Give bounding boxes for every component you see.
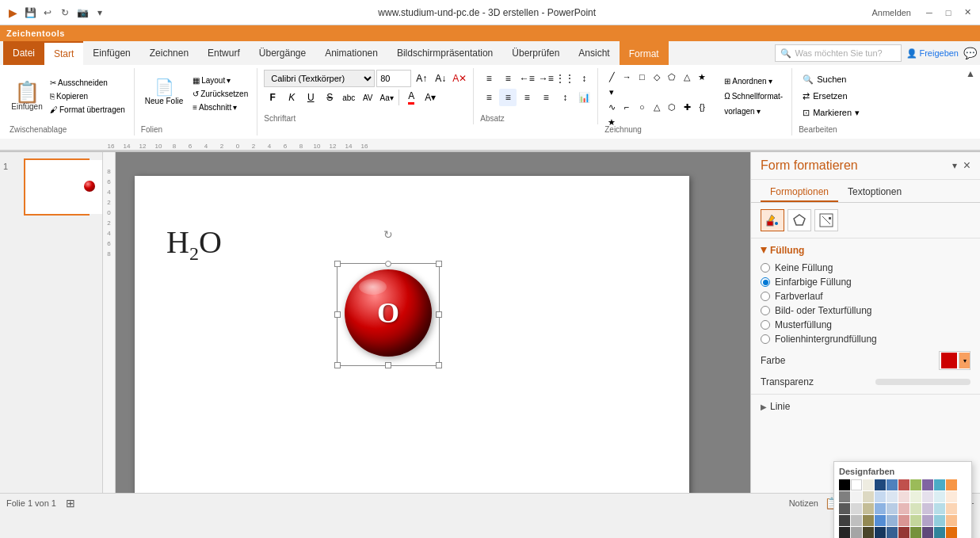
slide-thumbnail[interactable]: [24, 158, 90, 216]
italic-button[interactable]: K: [283, 89, 300, 106]
handle-top-middle[interactable]: [385, 261, 391, 267]
present-button[interactable]: 📷: [74, 5, 90, 21]
case-button[interactable]: Aa▾: [378, 89, 395, 106]
schnellformat-button[interactable]: Ω Schnellformat-: [720, 90, 787, 102]
align-right-button[interactable]: ≡: [518, 89, 536, 106]
color-armygreen[interactable]: [910, 527, 921, 538]
tab-entwurf[interactable]: Entwurf: [198, 41, 250, 65]
tab-ueberpruefen[interactable]: Überprüfen: [502, 41, 569, 65]
color-cyan[interactable]: [934, 479, 945, 490]
color-paleorange[interactable]: [946, 491, 957, 502]
color-silver[interactable]: [851, 503, 862, 514]
shape-line[interactable]: ╱: [604, 70, 619, 84]
color-lightblue[interactable]: [875, 491, 886, 502]
shadow-button[interactable]: abc: [340, 89, 357, 106]
shape-arrow[interactable]: →: [620, 70, 634, 84]
color-black[interactable]: [839, 479, 850, 490]
color-darkblue[interactable]: [875, 479, 886, 490]
minimize-button[interactable]: ─: [923, 6, 936, 19]
schnellformat-btn2[interactable]: vorlagen ▾: [720, 105, 787, 117]
color-lavender[interactable]: [922, 503, 933, 514]
tab-bildschirm[interactable]: Bildschirmpräsentation: [387, 41, 502, 65]
slide-canvas[interactable]: H2O ↻ O: [135, 176, 689, 493]
panel-minimize-button[interactable]: ▾: [952, 160, 957, 171]
tab-formoptionen[interactable]: Formoptionen: [761, 183, 838, 202]
fuellung-header[interactable]: Füllung: [761, 245, 970, 256]
tab-zeichnen[interactable]: Zeichnen: [140, 41, 198, 65]
color-darkgray[interactable]: [839, 503, 850, 514]
shape-diamond[interactable]: ◇: [650, 70, 664, 84]
shape-hexagon[interactable]: ⬡: [665, 100, 679, 114]
color-palered[interactable]: [898, 491, 909, 502]
color-paleblue[interactable]: [887, 491, 898, 502]
shape-star[interactable]: ★: [695, 70, 709, 84]
tab-einfuegen[interactable]: Einfügen: [83, 41, 139, 65]
clear-format[interactable]: A✕: [451, 70, 468, 87]
handle-middle-right[interactable]: [436, 311, 442, 318]
color-verydark[interactable]: [839, 527, 850, 538]
save-button[interactable]: 💾: [22, 5, 38, 21]
shape-plus[interactable]: ✚: [680, 100, 694, 114]
radio-farbverlauf[interactable]: Farbverlauf: [761, 291, 970, 302]
color-beige[interactable]: [863, 479, 874, 490]
transparency-slider[interactable]: [875, 379, 970, 385]
color-orange[interactable]: [946, 479, 957, 490]
color-navyblue[interactable]: [875, 527, 886, 538]
close-button[interactable]: ✕: [961, 6, 974, 19]
comments-button[interactable]: 💬: [963, 47, 977, 59]
shape-bracket[interactable]: {}: [695, 100, 709, 114]
freigeben-button[interactable]: 👤 Freigeben: [906, 48, 959, 59]
color-cornflower[interactable]: [934, 515, 945, 526]
align-left-button[interactable]: ≡: [480, 89, 498, 106]
rotate-handle[interactable]: ↻: [382, 228, 395, 241]
font-size-decrease[interactable]: A↓: [432, 70, 449, 87]
shape-callout[interactable]: △: [680, 70, 694, 84]
search-box[interactable]: 🔍 Was möchten Sie tun?: [775, 44, 902, 62]
color-peach[interactable]: [946, 503, 957, 514]
color-royalblue[interactable]: [887, 527, 898, 538]
color-khaki[interactable]: [863, 503, 874, 514]
color-medgray[interactable]: [851, 527, 862, 538]
color-gray[interactable]: [839, 491, 850, 502]
tab-datei[interactable]: Datei: [3, 41, 44, 65]
color-green[interactable]: [910, 479, 921, 490]
quick-access-dropdown[interactable]: ▾: [92, 5, 108, 21]
highlight-color-button[interactable]: A▾: [421, 89, 439, 106]
decrease-indent-button[interactable]: ←≡: [518, 70, 536, 87]
suchen-button[interactable]: 🔍 Suchen: [799, 72, 864, 87]
text-direction-button[interactable]: ↕: [575, 70, 593, 87]
panel-close-button[interactable]: ×: [963, 158, 970, 173]
radio-folie[interactable]: Folienhintergrundfüllung: [761, 334, 970, 345]
linie-header[interactable]: ▶ Linie: [761, 401, 970, 412]
effects-icon-btn[interactable]: [787, 209, 811, 231]
font-color-button[interactable]: A: [402, 89, 420, 106]
font-selector[interactable]: Calibri (Textkörper): [264, 70, 375, 87]
color-indigo[interactable]: [922, 527, 933, 538]
color-darkorange[interactable]: [946, 527, 957, 538]
redo-button[interactable]: ↻: [57, 5, 73, 21]
shape-cylinder[interactable]: ⬠: [665, 70, 679, 84]
tab-textoptionen[interactable]: Textoptionen: [838, 183, 911, 202]
tab-animationen[interactable]: Animationen: [315, 41, 387, 65]
numbered-list-button[interactable]: ≡: [499, 70, 517, 87]
format-uebertragen-button[interactable]: 🖌 Format übertragen: [46, 104, 129, 116]
notizen-button[interactable]: Notizen: [789, 498, 818, 508]
color-teal[interactable]: [934, 527, 945, 538]
color-periwinkle[interactable]: [887, 503, 898, 514]
maximize-button[interactable]: □: [942, 6, 955, 19]
convert-smartart-button[interactable]: 📊: [575, 89, 593, 106]
handle-bottom-right[interactable]: [436, 362, 442, 368]
color-dropdown-arrow[interactable]: ▾: [959, 353, 970, 368]
font-size-input[interactable]: [376, 70, 411, 87]
shape-circle[interactable]: ○: [635, 100, 649, 114]
layout-button[interactable]: ▦ Layout ▾: [189, 74, 252, 86]
color-mediumpurple[interactable]: [922, 515, 933, 526]
color-olive[interactable]: [863, 515, 874, 526]
color-darktaupe[interactable]: [863, 527, 874, 538]
shape-curve[interactable]: ∿: [604, 100, 619, 114]
tab-uebergaenge[interactable]: Übergänge: [250, 41, 315, 65]
fill-effects-icon-btn[interactable]: [761, 209, 784, 231]
increase-indent-button[interactable]: →≡: [537, 70, 555, 87]
color-salmon[interactable]: [898, 515, 909, 526]
color-picker-popup[interactable]: Designfarben: [833, 461, 972, 538]
